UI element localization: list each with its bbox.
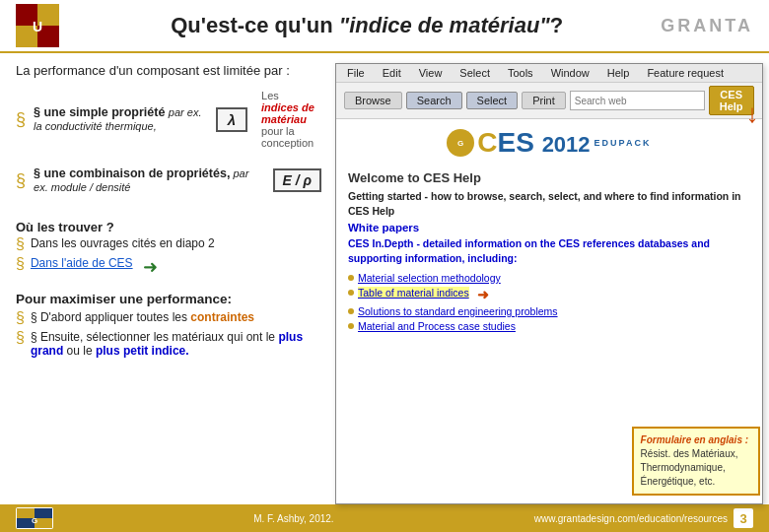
ces-list-link-4[interactable]: Material and Process case studies — [358, 320, 516, 332]
ces-list-item-2: Table of material indices ➜ — [348, 287, 750, 302]
ou-trouver-text-1: Dans les ouvrages cités en diapo 2 — [31, 236, 215, 250]
footer-author: M. F. Ashby, 2012. — [253, 513, 334, 524]
pour-maximiser-section: Pour maximiser une performance: § § D'ab… — [16, 292, 321, 362]
footer-right: www.grantadesign.com/education/resources… — [534, 508, 753, 528]
ces-list-item-1: Material selection methodology — [348, 272, 750, 284]
ces-help-button[interactable]: CES Help — [709, 86, 754, 115]
menu-help[interactable]: Help — [604, 66, 633, 80]
bullet-1-text: § une simple propriété par ex. la conduc… — [34, 105, 208, 133]
ces-menubar: File Edit View Select Tools Window Help … — [336, 64, 762, 83]
ou-trouver-header: Où les trouver ? — [16, 220, 321, 234]
orange-arrow-icon: ➜ — [477, 287, 489, 302]
menu-select[interactable]: Select — [456, 66, 493, 80]
granta-logo: GRANTA — [661, 16, 753, 36]
ces-window: File Edit View Select Tools Window Help … — [335, 63, 763, 504]
ces-list-item-3: Solutions to standard engineering proble… — [348, 305, 750, 317]
footer: G M. F. Ashby, 2012. www.grantadesign.co… — [0, 504, 769, 532]
ces-aide-link[interactable]: Dans l'aide de CES — [31, 256, 133, 270]
formulaire-box: Formulaire en anglais : Résist. des Maté… — [632, 427, 760, 496]
getting-started-bold: Getting started — [348, 190, 422, 202]
ces-white-papers[interactable]: White papers — [348, 222, 750, 233]
bullet-combinaison: § § une combinaison de propriétés, par e… — [16, 166, 321, 198]
perf-bullet-dot-1: § — [16, 310, 25, 326]
ces-toolbar: Browse Search Select Print CES Help — [336, 83, 762, 119]
svg-text:U: U — [33, 19, 42, 34]
header-left: U — [16, 4, 73, 47]
intro-text: La performance d'un composant est limité… — [16, 63, 321, 78]
footer-logo: G — [16, 507, 53, 529]
header: U Qu'est-ce qu'un "indice de matériau"? … — [0, 0, 769, 53]
bullet-row-2: § § une combinaison de propriétés, par e… — [16, 166, 321, 194]
svg-text:G: G — [32, 516, 37, 525]
menu-feature-request[interactable]: Feature request — [644, 66, 727, 80]
search-web-input[interactable] — [570, 91, 705, 110]
menu-file[interactable]: File — [344, 66, 368, 80]
bullet-simple-propriete: § § une simple propriété par ex. la cond… — [16, 90, 321, 153]
left-column: La performance d'un composant est limité… — [16, 63, 321, 504]
perf-item-1: § § D'abord appliquer toutes les contrai… — [16, 310, 321, 326]
perf-bullet-dot-2: § — [16, 330, 25, 346]
ces-indepth-bold: CES In.Depth — [348, 237, 414, 249]
bullet-2-text: § une combinaison de propriétés, par ex.… — [34, 166, 265, 194]
ou-trouver-item2: § Dans l'aide de CES ➜ — [16, 256, 321, 278]
menu-window[interactable]: Window — [548, 66, 593, 80]
ces-logo-area: G CES 2012 EDUPACK — [336, 119, 762, 166]
contraintes-highlight: contraintes — [190, 310, 254, 324]
ces-edupack-label: EDUPACK — [594, 138, 652, 148]
browse-button[interactable]: Browse — [344, 92, 402, 109]
ou-bullet-dot-2: § — [16, 256, 25, 272]
ces-list-dot-2 — [348, 290, 354, 296]
perf-item-2: § § Ensuite, sélectionner les matériaux … — [16, 330, 321, 358]
granta-footer-logo-icon: G — [16, 507, 53, 529]
ces-list-item-4: Material and Process case studies — [348, 320, 750, 332]
page-title: Qu'est-ce qu'un "indice de matériau"? — [73, 13, 661, 38]
menu-edit[interactable]: Edit — [380, 66, 404, 80]
ces-2012-logo: CES 2012 — [477, 127, 590, 159]
ces-list-dot-3 — [348, 308, 354, 314]
bullet-dot-1: § — [16, 110, 26, 128]
indices-label: Les indices de matériau pour la concepti… — [261, 90, 321, 149]
menu-tools[interactable]: Tools — [505, 66, 536, 80]
bullet-row-1: § § une simple propriété par ex. la cond… — [16, 90, 321, 149]
ou-bullet-dot-1: § — [16, 236, 25, 252]
erho-symbol: E / ρ — [273, 168, 321, 192]
ou-trouver-item1: § Dans les ouvrages cités en diapo 2 — [16, 236, 321, 252]
select-button[interactable]: Select — [466, 92, 519, 109]
ces-list-dot-1 — [348, 275, 354, 281]
search-button[interactable]: Search — [406, 92, 462, 109]
ces-list-dot-4 — [348, 323, 354, 329]
page-number: 3 — [734, 508, 753, 528]
ces-getting-started: Getting started - how to browse, search,… — [348, 189, 750, 218]
ces-list-link-3[interactable]: Solutions to standard engineering proble… — [358, 305, 558, 317]
main-content: La performance d'un composant est limité… — [0, 53, 769, 504]
shield-logo-icon: U — [16, 4, 59, 47]
ces-indepth: CES In.Depth - detailed information on t… — [348, 236, 750, 265]
ces-list-link-2[interactable]: Table of material indices — [358, 287, 469, 299]
ces-logo-block: CES 2012 — [477, 127, 590, 159]
formulaire-text: Résist. des Matériaux, Thermodynamique, … — [641, 447, 751, 489]
green-arrow-right-icon: ➜ — [143, 256, 158, 278]
menu-view[interactable]: View — [416, 66, 446, 80]
perf-text-2: § Ensuite, sélectionner les matériaux qu… — [31, 330, 321, 358]
ces-welcome-title: Welcome to CES Help — [348, 170, 750, 185]
formulaire-title: Formulaire en anglais : — [641, 433, 751, 447]
footer-website: www.grantadesign.com/education/resources — [534, 513, 728, 524]
granta-circle-logo: G — [447, 129, 474, 157]
plus-petit-highlight: plus petit indice. — [96, 344, 189, 358]
pour-maximiser-title: Pour maximiser une performance: — [16, 292, 321, 306]
print-button[interactable]: Print — [522, 92, 566, 109]
bullet-dot-2: § — [16, 171, 26, 189]
lambda-symbol: λ — [216, 107, 247, 132]
perf-text-1: § D'abord appliquer toutes les contraint… — [31, 310, 254, 324]
ces-list-link-1[interactable]: Material selection methodology — [358, 272, 501, 284]
ou-trouver-section: Où les trouver ? § Dans les ouvrages cit… — [16, 216, 321, 282]
right-column: File Edit View Select Tools Window Help … — [335, 63, 763, 504]
